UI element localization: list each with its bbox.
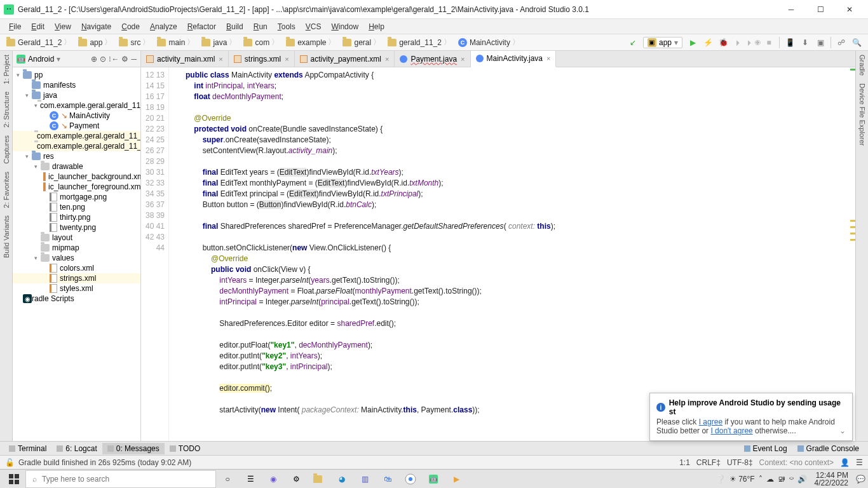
project-panel-header[interactable]: 🤖 Android ▾ ⊕ ⊙ ⁝← ⚙ ─ xyxy=(13,51,140,67)
help-icon[interactable]: ❔ xyxy=(716,475,726,484)
tree-node[interactable]: ◉ radle Scripts xyxy=(13,294,140,304)
apply-changes-icon[interactable]: ⚡ xyxy=(701,36,715,50)
onedrive-icon[interactable]: ☁ xyxy=(766,475,774,484)
chevron-down-icon[interactable]: ⌄ xyxy=(839,426,846,435)
tree-node[interactable]: C ↘Payment xyxy=(13,121,140,131)
collapse-all-icon[interactable]: ⊕ xyxy=(91,55,97,64)
edge-icon[interactable]: ◕ xyxy=(330,470,353,488)
menu-code[interactable]: Code xyxy=(116,21,145,32)
breadcrumb-item[interactable]: Gerald_11_2〉 xyxy=(4,37,76,48)
tree-node[interactable]: ▾res xyxy=(13,151,140,161)
close-tab-icon[interactable]: × xyxy=(461,55,465,63)
tree-node[interactable]: com.example.geral.gerald_11_2 xyxy=(13,131,140,141)
bottom-tab-event-log[interactable]: Event Log xyxy=(739,443,792,454)
tool-window-2-structure[interactable]: 2: Structure xyxy=(1,88,11,132)
layout-inspector-icon[interactable]: ▣ xyxy=(813,36,827,50)
debug-button[interactable]: 🐞 xyxy=(716,36,730,50)
editor-tab[interactable]: activity_payment.xml× xyxy=(295,51,395,67)
tool-window-device-file-explorer[interactable]: Device File Explorer xyxy=(857,79,867,149)
tree-node[interactable]: ▾values xyxy=(13,253,140,263)
run-button[interactable]: ▶ xyxy=(686,36,700,50)
tree-node[interactable]: colors.xml xyxy=(13,263,140,273)
tree-node[interactable]: mipmap xyxy=(13,243,140,253)
caret-position[interactable]: 1:1 xyxy=(679,458,690,467)
tray-chevron-icon[interactable]: ˄ xyxy=(759,475,763,484)
sync-icon[interactable]: ↙ xyxy=(626,36,640,50)
tool-window-1-project[interactable]: 1: Project xyxy=(1,51,11,88)
tree-node[interactable]: com.example.geral.gerald_11_2 xyxy=(13,141,140,151)
breadcrumb-item[interactable]: src〉 xyxy=(116,37,154,48)
agree-link[interactable]: I agree xyxy=(699,417,722,426)
disagree-link[interactable]: I don't agree xyxy=(710,426,752,435)
tool-window-captures[interactable]: Captures xyxy=(1,132,11,168)
gear-icon[interactable]: ⚙ xyxy=(121,55,128,64)
minimize-button[interactable]: ─ xyxy=(776,1,806,18)
breadcrumb-item[interactable]: example〉 xyxy=(283,37,340,48)
close-tab-icon[interactable]: × xyxy=(285,55,288,63)
menu-run[interactable]: Run xyxy=(248,21,273,32)
tree-node[interactable]: twenty.png xyxy=(13,222,140,233)
scroll-from-source-icon[interactable]: ⊙ xyxy=(100,55,106,64)
breadcrumb-item[interactable]: com〉 xyxy=(241,37,283,48)
notifications-icon[interactable]: 💬 xyxy=(856,475,865,484)
bottom-tab-0-messages[interactable]: 0: Messages xyxy=(102,443,165,454)
tree-node[interactable]: manifests xyxy=(13,80,140,90)
tool-window-2-favorites[interactable]: 2: Favorites xyxy=(1,168,11,212)
tool-window-build-variants[interactable]: Build Variants xyxy=(1,212,11,262)
menu-window[interactable]: Window xyxy=(326,21,363,32)
bottom-tab-todo[interactable]: TODO xyxy=(165,443,205,454)
tree-node[interactable]: thirty.png xyxy=(13,212,140,222)
tree-node[interactable]: mortgage.png xyxy=(13,192,140,202)
memory-indicator-icon[interactable]: ☰ xyxy=(856,458,863,467)
battery-icon[interactable]: 🖳 xyxy=(778,475,785,484)
run-config-selector[interactable]: ▣ app ▾ xyxy=(643,37,682,48)
menu-analyze[interactable]: Analyze xyxy=(145,21,182,32)
tree-node[interactable]: ▾java xyxy=(13,90,140,100)
menu-help[interactable]: Help xyxy=(363,21,390,32)
right-error-stripe[interactable] xyxy=(849,67,855,441)
menu-navigate[interactable]: Navigate xyxy=(76,21,116,32)
weather-icon[interactable]: ☀ 76°F xyxy=(729,475,755,484)
project-structure-icon[interactable]: ☍ xyxy=(834,36,848,50)
bottom-tab-6-logcat[interactable]: 6: Logcat xyxy=(51,443,102,454)
maximize-button[interactable]: ☐ xyxy=(806,1,835,18)
tree-node[interactable]: ▾drawable xyxy=(13,161,140,172)
volume-icon[interactable]: 🔊 xyxy=(797,475,807,484)
breadcrumb-item[interactable]: app〉 xyxy=(76,37,116,48)
tree-node[interactable]: ten.png xyxy=(13,202,140,212)
context-label[interactable]: Context: <no context> xyxy=(759,458,834,467)
file-explorer-icon[interactable] xyxy=(308,470,330,488)
menu-build[interactable]: Build xyxy=(221,21,248,32)
run-to-cursor-icon[interactable]: ⏵ xyxy=(731,36,745,50)
editor-tab[interactable]: MainActivity.java× xyxy=(471,51,557,67)
close-tab-icon[interactable]: × xyxy=(385,55,389,63)
widgets-icon[interactable]: ☰ xyxy=(239,470,262,488)
android-studio-taskbar-icon[interactable]: 🤖 xyxy=(422,470,445,488)
tree-node[interactable]: ▾com.example.geral.gerald_11_2 xyxy=(13,100,140,111)
editor-tab[interactable]: strings.xml× xyxy=(229,51,295,67)
close-tab-icon[interactable]: × xyxy=(219,55,222,63)
tool-window-gradle[interactable]: Gradle xyxy=(857,51,867,79)
close-button[interactable]: ✕ xyxy=(835,1,864,18)
wifi-icon[interactable]: ⌔ xyxy=(789,475,794,484)
taskbar-search[interactable]: ⌕ Type here to search xyxy=(25,470,216,488)
code-content[interactable]: public class MainActivity extends AppCom… xyxy=(180,67,849,441)
menu-view[interactable]: View xyxy=(50,21,76,32)
tree-node[interactable]: ic_launcher_background.xml xyxy=(13,172,140,182)
tree-node[interactable]: C ↘MainActivity xyxy=(13,111,140,121)
close-tab-icon[interactable]: × xyxy=(546,55,550,62)
settings-icon[interactable]: ⚙ xyxy=(285,470,308,488)
breadcrumb-item[interactable]: gerald_11_2〉 xyxy=(385,37,456,48)
bottom-tab-terminal[interactable]: Terminal xyxy=(4,443,51,454)
tree-node[interactable]: styles.xml xyxy=(13,283,140,294)
menu-tools[interactable]: Tools xyxy=(273,21,301,32)
menu-refactor[interactable]: Refactor xyxy=(182,21,221,32)
chrome-icon[interactable] xyxy=(399,470,422,488)
avd-manager-icon[interactable]: 📱 xyxy=(783,36,797,50)
encoding-selector[interactable]: UTF-8‡ xyxy=(727,458,753,467)
media-player-icon[interactable]: ▶ xyxy=(445,470,468,488)
stop-button[interactable]: ■ xyxy=(762,36,776,50)
menu-vcs[interactable]: VCS xyxy=(301,21,327,32)
hide-panel-icon[interactable]: ─ xyxy=(131,55,137,64)
settings-icon[interactable]: ⁝← xyxy=(109,55,119,64)
